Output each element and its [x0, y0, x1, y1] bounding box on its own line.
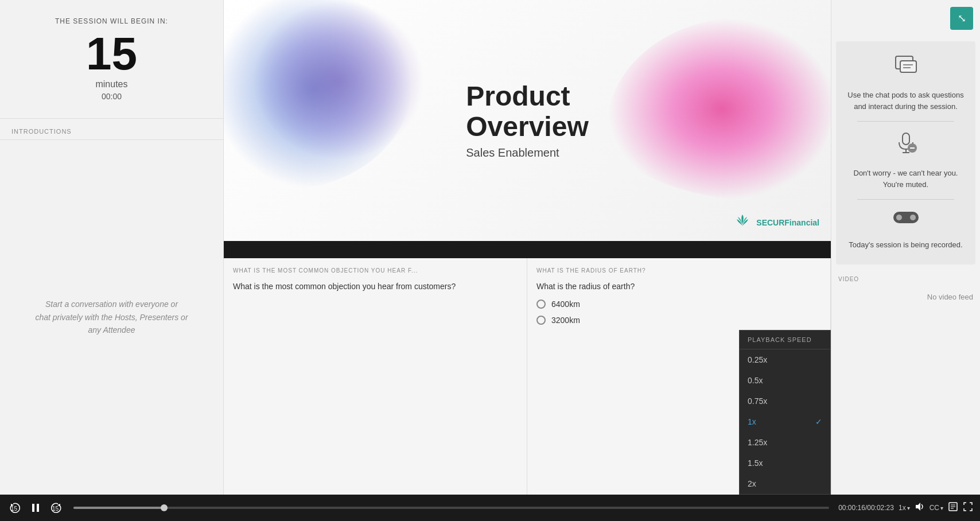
collapse-button[interactable]: ⤡ — [950, 7, 973, 30]
countdown-number: 15 — [11, 31, 212, 77]
radio-label-6400: 6400km — [551, 300, 580, 309]
svg-point-14 — [896, 215, 902, 220]
info-divider-1 — [857, 121, 954, 122]
speed-option-075[interactable]: 0.75x — [740, 391, 830, 411]
svg-rect-4 — [903, 133, 909, 145]
svg-text:15: 15 — [52, 506, 59, 512]
left-panel: THE SESSION WILL BEGIN IN: 15 minutes 00… — [0, 0, 224, 495]
radio-circle-3200 — [536, 316, 546, 325]
question-2-text: What is the radius of earth? — [536, 281, 821, 293]
slide-bottom-bar — [224, 241, 831, 258]
session-info: THE SESSION WILL BEGIN IN: 15 minutes 00… — [0, 0, 223, 119]
volume-button[interactable] — [915, 501, 925, 514]
bottom-bar: 15 15 00:00:16/00:02:23 1x ▾ C — [0, 495, 980, 521]
info-card: Use the chat pods to ask questionsand in… — [836, 41, 975, 265]
playback-speed-dropdown: PLAYBACK SPEED 0.25x 0.5x 0.75x 1x ✓ 1.2… — [739, 330, 831, 495]
playback-speed-header: PLAYBACK SPEED — [740, 331, 830, 349]
speed-option-1x[interactable]: 1x ✓ — [740, 411, 830, 432]
right-panel: ⤡ Use the chat pods to ask questionsand … — [831, 0, 980, 495]
slide-content: ProductOverview Sales Enablement — [224, 0, 831, 241]
transcript-button[interactable] — [948, 501, 958, 514]
slide-text-area: ProductOverview Sales Enablement — [443, 70, 611, 172]
speed-label-025: 0.25x — [748, 355, 767, 364]
chat-info-text: Use the chat pods to ask questionsand in… — [847, 90, 963, 112]
cc-label: CC — [930, 504, 939, 512]
radio-option-3200[interactable]: 3200km — [536, 316, 821, 325]
question-2-title: WHAT IS THE RADIUS OF EARTH? — [536, 267, 821, 274]
chat-placeholder: Start a conversation with everyone orcha… — [35, 298, 188, 336]
speed-label-075: 0.75x — [748, 396, 767, 406]
fullscreen-button[interactable] — [963, 501, 973, 514]
introductions-label: INTRODUCTIONS — [0, 119, 223, 140]
play-pause-button[interactable] — [28, 500, 44, 516]
slide-title: ProductOverview — [466, 81, 588, 142]
svg-marker-22 — [916, 503, 920, 511]
recording-info-text: Today's session is being recorded. — [849, 239, 962, 251]
speed-option-15[interactable]: 1.5x — [740, 453, 830, 473]
question-1-text: What is the most common objection you he… — [233, 281, 518, 293]
question-1-title: WHAT IS THE MOST COMMON OBJECTION YOU HE… — [233, 267, 518, 274]
radio-label-3200: 3200km — [551, 316, 580, 325]
slide-area: ProductOverview Sales Enablement — [224, 0, 831, 241]
video-panel: VIDEO No video feed — [831, 269, 980, 495]
right-top: ⤡ — [831, 0, 980, 37]
progress-fill — [73, 507, 164, 509]
svg-point-15 — [910, 215, 916, 220]
speed-option-05[interactable]: 0.5x — [740, 370, 830, 391]
speed-option-125[interactable]: 1.25x — [740, 432, 830, 453]
cc-chevron-icon: ▾ — [940, 505, 943, 511]
logo-icon — [733, 212, 752, 232]
speed-option-025[interactable]: 0.25x — [740, 349, 830, 370]
skip-forward-button[interactable]: 15 — [48, 500, 64, 516]
slide-subtitle: Sales Enablement — [466, 146, 588, 160]
chat-icon — [895, 55, 917, 80]
speed-checkmark-1x: ✓ — [815, 417, 822, 426]
slide-logo: SECURFinancial — [733, 212, 819, 232]
chat-area[interactable]: Start a conversation with everyone orcha… — [0, 140, 223, 495]
skip-back-button[interactable]: 15 — [7, 500, 23, 516]
speed-chevron-icon: ▾ — [907, 505, 910, 511]
svg-rect-19 — [37, 504, 39, 512]
speed-button[interactable]: 1x ▾ — [899, 504, 910, 512]
speed-option-2x[interactable]: 2x — [740, 473, 830, 494]
ink-pink-splash — [607, 17, 831, 201]
mute-info-text: Don't worry - we can't hear you.You're m… — [854, 168, 958, 190]
progress-bar[interactable] — [73, 507, 829, 509]
speed-label-1x: 1x — [748, 417, 756, 426]
svg-rect-18 — [32, 504, 34, 512]
countdown-time: 00:00 — [11, 92, 212, 101]
mute-icon — [895, 131, 917, 158]
speed-label-2x: 2x — [748, 479, 756, 488]
speed-value: 1x — [899, 504, 906, 512]
svg-rect-1 — [900, 61, 916, 72]
question-panel-1: WHAT IS THE MOST COMMON OBJECTION YOU HE… — [224, 258, 527, 495]
info-divider-2 — [857, 199, 954, 200]
speed-label-05: 0.5x — [748, 376, 763, 385]
cc-button[interactable]: CC ▾ — [930, 504, 943, 512]
collapse-icon: ⤡ — [958, 12, 966, 25]
recording-icon — [893, 209, 919, 230]
progress-thumb — [161, 504, 168, 511]
video-label: VIDEO — [838, 276, 973, 282]
speed-label-125: 1.25x — [748, 438, 767, 447]
countdown-unit: minutes — [11, 79, 212, 90]
radio-option-6400[interactable]: 6400km — [536, 300, 821, 309]
no-video-text: No video feed — [838, 287, 973, 301]
logo-text: SECURFinancial — [756, 218, 819, 227]
time-display: 00:00:16/00:02:23 — [838, 504, 894, 512]
session-begin-label: THE SESSION WILL BEGIN IN: — [11, 17, 212, 25]
radio-circle-6400 — [536, 300, 546, 309]
speed-label-15: 1.5x — [748, 458, 763, 468]
